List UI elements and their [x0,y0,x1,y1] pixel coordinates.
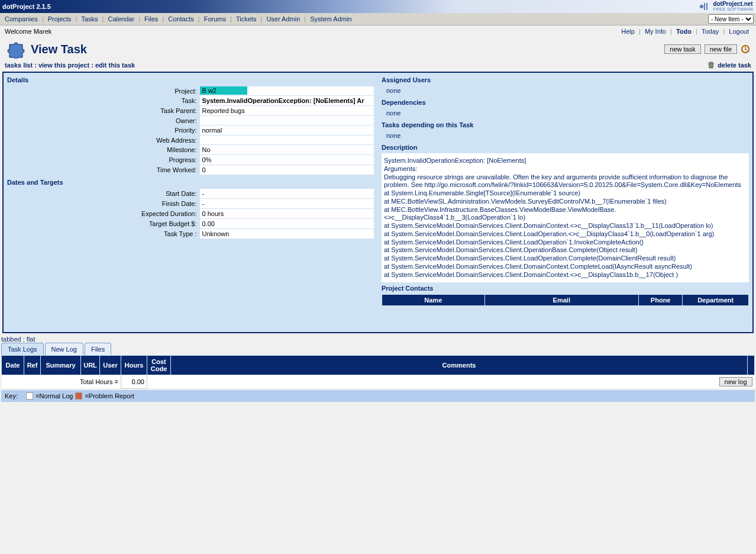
value-priority: normal [199,125,374,136]
link-today[interactable]: Today [699,28,721,35]
key-legend: Key: =Normal Log =Problem Report [1,390,755,402]
nav-forums[interactable]: Forums [202,15,228,22]
nav-calendar[interactable]: Calendar [105,15,137,22]
description-text: System.InvalidOperationException: [NoEle… [382,153,749,282]
nav-tasks[interactable]: Tasks [79,15,100,22]
task-logs-table: Date Ref Summary URL User Hours Cost Cod… [1,355,755,389]
view-mode-tabbed[interactable]: tabbed [1,336,21,343]
value-task: System.InvalidOperationException: [NoEle… [199,96,374,106]
value-time-worked: 0 [199,165,374,175]
new-item-select[interactable]: - New Item - [708,14,754,24]
nav-contacts[interactable]: Contacts [166,15,196,22]
delete-task-link[interactable]: delete task [718,62,751,69]
description-header: Description [382,144,749,151]
value-task-type: Unknown [199,229,374,239]
new-log-button[interactable]: new log [719,377,752,386]
details-column: Details Project: B w2 Task: System.Inval… [4,73,378,332]
col-comments: Comments [171,356,748,375]
col-hours: Hours [121,356,147,375]
assigned-header: Assigned Users [382,76,749,83]
tab-new-log[interactable]: New Log [45,343,83,355]
trash-icon[interactable] [707,61,715,69]
label-task-parent: Task Parent: [7,106,199,116]
svg-point-0 [700,5,703,8]
link-logout[interactable]: Logout [726,28,751,35]
label-start: Start Date: [7,189,199,199]
welcome-text: Welcome Marek [5,28,51,35]
total-hours-value: 0.00 [121,375,147,389]
col-actions [748,356,755,375]
logo-line1: dotProject.net [713,1,754,7]
label-web: Web Address: [7,136,199,145]
swatch-problem-icon [75,392,82,400]
crumb-row: tasks list : view this project : edit th… [0,60,756,72]
label-finish: Finish Date: [7,199,199,209]
nav-system-admin[interactable]: System Admin [308,15,354,22]
svg-rect-2 [706,3,707,10]
value-start: - [199,189,374,199]
assigned-value: none [382,86,749,98]
link-help[interactable]: Help [619,28,637,35]
value-progress: 0% [199,155,374,165]
right-column: Assigned Users none Dependencies none Ta… [378,73,752,332]
crumb-view-project[interactable]: view this project [38,62,89,69]
nav-companies[interactable]: Companies [2,15,40,22]
col-email: Email [484,295,638,306]
view-mode-flat[interactable]: flat [27,336,35,343]
page-title: View Task [31,43,87,56]
tab-files[interactable]: Files [85,343,111,355]
nav-projects[interactable]: Projects [46,15,74,22]
col-cost: Cost Code [147,356,171,375]
dotproject-logo-icon [699,1,710,12]
col-url: URL [81,356,100,375]
nav-tickets[interactable]: Tickets [234,15,259,22]
key-label: Key: [5,392,18,400]
crumb-edit-task[interactable]: edit this task [95,62,135,69]
label-project: Project: [7,86,199,96]
crumb-tasks-list[interactable]: tasks list [5,62,33,69]
tab-task-logs[interactable]: Task Logs [1,343,44,355]
col-summary: Summary [41,356,81,375]
key-problem: =Problem Report [85,392,134,400]
link-todo[interactable]: Todo [674,28,694,35]
label-budget: Target Budget $: [7,219,199,229]
value-finish: - [199,199,374,209]
tab-switch: tabbed : flat [0,333,756,343]
puzzle-icon [6,40,27,59]
contacts-table: Name Email Phone Department [382,294,749,306]
new-task-button[interactable]: new task [664,44,700,54]
dependencies-header: Dependencies [382,99,749,106]
value-budget: 0.00 [199,219,374,229]
label-time-worked: Time Worked: [7,165,199,175]
col-user: User [100,356,121,375]
col-date: Date [2,356,24,375]
nav-files[interactable]: Files [142,15,160,22]
col-phone: Phone [638,295,682,306]
dates-header: Dates and Targets [7,179,374,186]
logo-line2: FREE SOFTWARE [713,7,754,12]
label-owner: Owner: [7,116,199,125]
value-owner [199,116,374,125]
top-bar: dotProject 2.1.5 dotProject.net FREE SOF… [0,0,756,13]
label-progress: Progress: [7,155,199,165]
link-myinfo[interactable]: My Info [642,28,668,35]
label-priority: Priority: [7,125,199,136]
swatch-normal-icon [26,392,33,400]
col-department: Department [683,295,749,306]
nav-user-admin[interactable]: User Admin [264,15,302,22]
new-file-button[interactable]: new file [705,44,737,54]
value-project[interactable]: B w2 [200,86,247,95]
depending-header: Tasks depending on this Task [382,121,749,128]
depending-value: none [382,131,749,143]
main-panel: Details Project: B w2 Task: System.Inval… [2,72,754,333]
brand-logo: dotProject.net FREE SOFTWARE [699,1,754,12]
clock-icon[interactable] [741,44,750,54]
label-task: Task: [7,96,199,106]
svg-rect-1 [704,3,705,10]
details-header: Details [7,76,374,83]
main-nav: Companies | Projects | Tasks | Calendar … [0,13,756,25]
dependencies-value: none [382,108,749,120]
label-duration: Expected Duration: [7,209,199,219]
sub-bar: Welcome Marek Help | My Info | Todo | To… [0,25,756,37]
value-web [199,136,374,145]
